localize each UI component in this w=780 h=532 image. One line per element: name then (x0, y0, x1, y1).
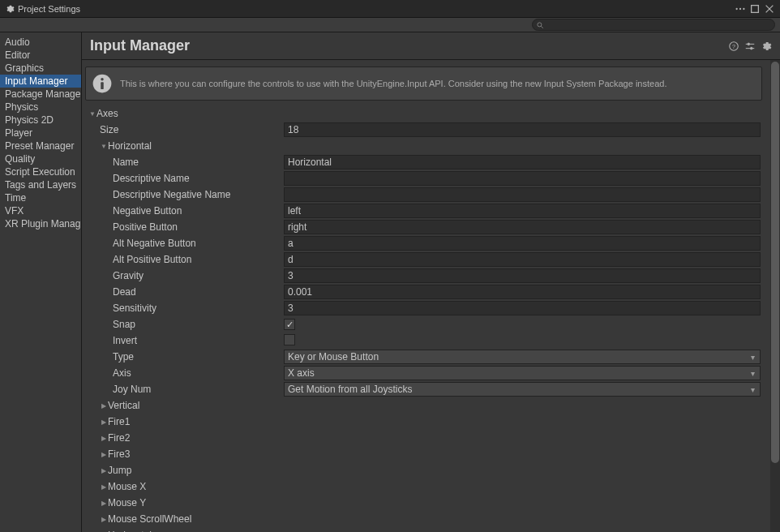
chevron-right-icon (100, 483, 108, 491)
field-alt-pos-row: Alt Positive Button (82, 251, 774, 268)
axes-size-label: Size (100, 124, 118, 135)
field-axis-row: Axis X axis (82, 365, 774, 381)
search-icon (536, 21, 544, 29)
chevron-right-icon (100, 418, 108, 426)
search-input[interactable] (544, 20, 771, 30)
svg-line-7 (541, 26, 543, 28)
field-neg-button-row: Negative Button (82, 203, 774, 219)
content-area: This is where you can configure the cont… (82, 60, 780, 532)
chevron-down-icon (100, 143, 108, 150)
sidebar-item-vfx[interactable]: VFX (0, 204, 81, 217)
axis-fire2-foldout[interactable]: Fire2 (82, 430, 774, 446)
svg-point-12 (748, 43, 750, 45)
field-type-select[interactable]: Key or Mouse Button (284, 350, 761, 364)
vertical-scrollbar[interactable] (770, 60, 780, 532)
scrollbar-thumb[interactable] (771, 62, 779, 463)
sidebar-item-input-manager[interactable]: Input Manager (0, 75, 81, 88)
sidebar-item-quality[interactable]: Quality (0, 152, 81, 165)
chevron-right-icon (100, 516, 108, 523)
field-axis-select[interactable]: X axis (284, 366, 761, 380)
field-joynum-row: Joy Num Get Motion from all Joysticks (82, 381, 774, 397)
sidebar-item-editor[interactable]: Editor (0, 49, 81, 62)
chevron-right-icon (100, 435, 108, 442)
svg-point-1 (739, 7, 741, 9)
window-title: Project Settings (18, 4, 731, 14)
search-box[interactable] (532, 19, 775, 31)
field-type-row: Type Key or Mouse Button (82, 349, 774, 365)
svg-rect-3 (752, 5, 759, 12)
info-icon (91, 72, 114, 95)
field-descriptive-name-input[interactable] (284, 171, 761, 186)
close-icon[interactable] (764, 3, 775, 15)
axis-horizontal-foldout[interactable]: Horizontal (82, 138, 774, 154)
chevron-down-icon (88, 110, 96, 118)
gear-icon-small[interactable] (761, 41, 772, 52)
chevron-right-icon (100, 402, 108, 410)
field-snap-checkbox[interactable]: ✓ (284, 319, 295, 330)
axis-fire1-foldout[interactable]: Fire1 (82, 414, 774, 430)
sidebar-item-preset-manager[interactable]: Preset Manager (0, 139, 81, 152)
svg-text:?: ? (732, 43, 735, 49)
chevron-right-icon (100, 451, 108, 458)
sidebar-item-script-execution[interactable]: Script Execution (0, 165, 81, 178)
main-header: Input Manager ? (82, 32, 780, 60)
axes-foldout[interactable]: Axes (82, 105, 774, 122)
axis-horizontal2-foldout[interactable]: Horizontal (82, 527, 774, 532)
settings-sliders-icon[interactable] (744, 41, 756, 52)
field-dead-input[interactable] (284, 285, 761, 299)
info-box: This is where you can configure the cont… (85, 66, 762, 101)
chevron-right-icon (100, 500, 108, 507)
field-alt-neg-row: Alt Negative Button (82, 235, 774, 251)
maximize-icon[interactable] (749, 3, 761, 15)
field-name-input[interactable] (284, 155, 761, 169)
search-bar (0, 18, 780, 32)
field-pos-button-input[interactable] (284, 220, 761, 234)
page-title: Input Manager (90, 37, 723, 54)
sidebar-item-time[interactable]: Time (0, 191, 81, 204)
field-invert-checkbox[interactable] (284, 334, 295, 345)
field-neg-button-input[interactable] (284, 204, 761, 218)
sidebar-item-xr-plugin[interactable]: XR Plugin Management (0, 217, 81, 230)
axes-size-row: Size (82, 122, 774, 138)
window-titlebar: Project Settings (0, 0, 780, 18)
svg-point-0 (735, 7, 737, 9)
sidebar-item-physics2d[interactable]: Physics 2D (0, 114, 81, 127)
sidebar-item-physics[interactable]: Physics (0, 101, 81, 114)
field-descriptive-neg-input[interactable] (284, 187, 761, 202)
svg-point-6 (538, 22, 542, 26)
sidebar-item-tags-layers[interactable]: Tags and Layers (0, 178, 81, 191)
sidebar-item-player[interactable]: Player (0, 127, 81, 139)
axis-vertical-foldout[interactable]: Vertical (82, 397, 774, 414)
axis-jump-foldout[interactable]: Jump (82, 462, 774, 478)
svg-point-13 (750, 47, 752, 49)
main-panel: Input Manager ? This is where you can co… (82, 32, 780, 532)
axis-mousex-foldout[interactable]: Mouse X (82, 478, 774, 495)
field-invert-row: Invert (82, 332, 774, 349)
field-sensitivity-input[interactable] (284, 301, 761, 315)
svg-rect-16 (101, 82, 104, 89)
axis-fire3-foldout[interactable]: Fire3 (82, 446, 774, 462)
info-message: This is where you can configure the cont… (120, 78, 666, 89)
field-descriptive-neg-row: Descriptive Negative Name (82, 187, 774, 203)
sidebar-item-package-manager[interactable]: Package Manager (0, 88, 81, 101)
settings-sidebar: Audio Editor Graphics Input Manager Pack… (0, 32, 82, 532)
field-sensitivity-row: Sensitivity (82, 300, 774, 316)
field-name-row: Name (82, 154, 774, 170)
field-alt-neg-input[interactable] (284, 236, 761, 251)
sidebar-item-audio[interactable]: Audio (0, 36, 81, 49)
chevron-right-icon (100, 467, 108, 474)
axes-size-input[interactable] (284, 122, 761, 137)
field-gravity-input[interactable] (284, 268, 761, 283)
axis-mousey-foldout[interactable]: Mouse Y (82, 495, 774, 511)
help-icon[interactable]: ? (728, 41, 739, 52)
field-gravity-row: Gravity (82, 268, 774, 284)
field-dead-row: Dead (82, 284, 774, 300)
field-alt-pos-input[interactable] (284, 252, 761, 267)
field-snap-row: Snap ✓ (82, 316, 774, 332)
axis-scrollwheel-foldout[interactable]: Mouse ScrollWheel (82, 511, 774, 527)
more-icon[interactable] (735, 3, 746, 15)
sidebar-item-graphics[interactable]: Graphics (0, 62, 81, 75)
svg-point-15 (101, 78, 104, 81)
field-descriptive-name-row: Descriptive Name (82, 170, 774, 187)
field-joynum-select[interactable]: Get Motion from all Joysticks (284, 382, 761, 397)
